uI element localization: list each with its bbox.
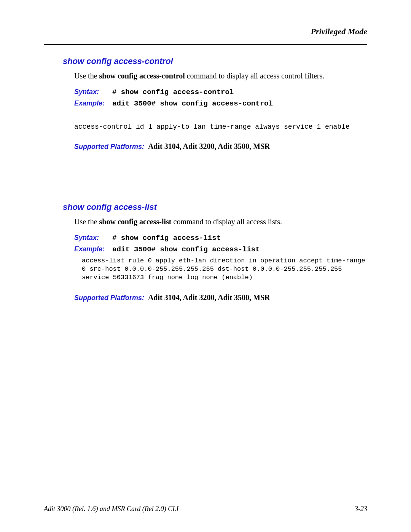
- section-title-access-list: show config access-list: [63, 202, 367, 212]
- desc-suffix: command to display all access lists.: [172, 217, 282, 226]
- example-row: Example: adit 3500# show config access-l…: [74, 245, 367, 254]
- desc-command-bold: show config access-control: [99, 72, 185, 80]
- platforms-label: Supported Platforms:: [74, 143, 144, 150]
- syntax-row: Syntax: # show config access-control: [74, 88, 367, 96]
- platforms-value: Adit 3104, Adit 3200, Adit 3500, MSR: [147, 142, 270, 150]
- footer-page-number: 3-23: [355, 505, 367, 513]
- document-page: Privileged Mode show config access-contr…: [0, 0, 411, 532]
- desc-suffix: command to display all access control fi…: [185, 72, 325, 80]
- page-footer: Adit 3000 (Rel. 1.6) and MSR Card (Rel 2…: [44, 505, 367, 513]
- supported-platforms: Supported Platforms: Adit 3104, Adit 320…: [74, 142, 367, 151]
- footer-divider: [44, 501, 367, 501]
- desc-command-bold: show config access-list: [99, 217, 172, 226]
- command-output: access-control id 1 apply-to lan time-ra…: [74, 123, 367, 131]
- page-header-mode: Privileged Mode: [44, 27, 367, 44]
- syntax-value: # show config access-control: [112, 88, 234, 96]
- command-output: access-list rule 0 apply eth-lan directi…: [82, 257, 367, 282]
- platforms-label: Supported Platforms:: [74, 294, 144, 302]
- desc-prefix: Use the: [74, 72, 99, 80]
- example-value: adit 3500# show config access-list: [112, 245, 260, 254]
- supported-platforms: Supported Platforms: Adit 3104, Adit 320…: [74, 293, 367, 302]
- section-title-access-control: show config access-control: [63, 56, 367, 66]
- syntax-value: # show config access-list: [112, 234, 221, 242]
- content-area: show config access-control Use the show …: [44, 56, 367, 493]
- section-description: Use the show config access-control comma…: [74, 72, 367, 80]
- desc-prefix: Use the: [74, 217, 99, 226]
- example-label: Example:: [74, 99, 112, 108]
- footer-left: Adit 3000 (Rel. 1.6) and MSR Card (Rel 2…: [44, 505, 178, 513]
- syntax-label: Syntax:: [74, 88, 112, 96]
- section-spacer: [63, 151, 367, 202]
- header-divider: [44, 44, 367, 45]
- example-label: Example:: [74, 245, 112, 254]
- syntax-row: Syntax: # show config access-list: [74, 234, 367, 242]
- platforms-value: Adit 3104, Adit 3200, Adit 3500, MSR: [147, 293, 270, 302]
- example-value: adit 3500# show config access-control: [112, 99, 273, 108]
- section-description: Use the show config access-list command …: [74, 217, 367, 226]
- example-row: Example: adit 3500# show config access-c…: [74, 99, 367, 108]
- syntax-label: Syntax:: [74, 234, 112, 242]
